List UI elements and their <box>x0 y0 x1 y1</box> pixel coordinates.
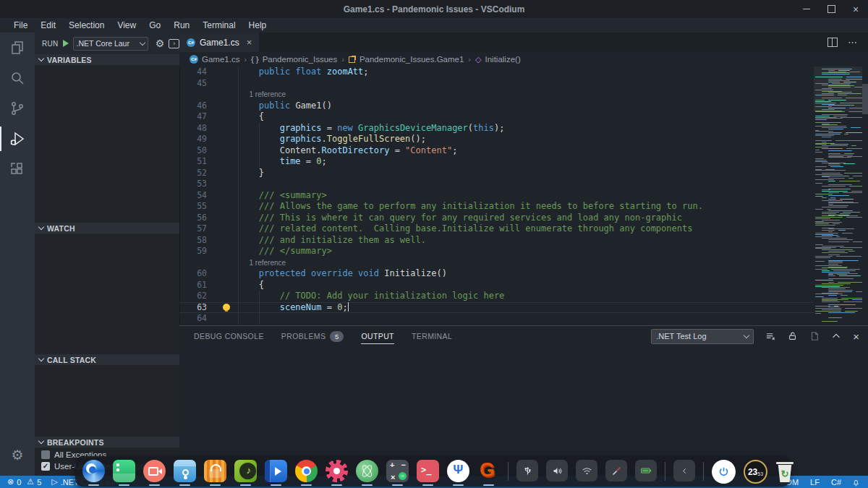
dock-screen-recorder-icon[interactable] <box>143 460 166 486</box>
output-channel-select[interactable]: .NET Test Log <box>651 329 754 344</box>
menu-go[interactable]: Go <box>142 20 167 30</box>
breadcrumb-file[interactable]: Game1.cs <box>202 55 239 64</box>
menu-edit[interactable]: Edit <box>34 20 62 30</box>
usb-tray-icon[interactable] <box>516 460 538 481</box>
wifi-tray-icon[interactable] <box>576 460 597 481</box>
problems-status[interactable]: ⊗ 0 ⚠ 5 <box>7 477 41 487</box>
unlock-icon[interactable] <box>788 331 798 341</box>
line-number: 56 <box>179 213 217 224</box>
code-line-60: 60protected override void Initialize() <box>179 268 814 280</box>
section-variables[interactable]: VARIABLES <box>35 54 179 65</box>
debug-console-icon[interactable]: › <box>169 39 179 48</box>
dock-file-manager-icon[interactable] <box>113 460 135 486</box>
line-number: 61 <box>179 280 217 291</box>
menu-terminal[interactable]: Terminal <box>196 20 242 30</box>
line-number <box>179 89 217 100</box>
code-editor[interactable]: 44public float zoomAtt;451 reference46pu… <box>179 67 814 325</box>
window-title: Game1.cs - Pandemonic Issues - VSCodium <box>344 4 525 14</box>
close-button[interactable]: × <box>843 0 868 18</box>
manage-gear-icon[interactable]: ⚙ <box>0 444 35 466</box>
codelens-reference[interactable]: 1 reference <box>217 257 286 269</box>
maximize-button[interactable] <box>819 0 843 18</box>
panel-tab-debug-console[interactable]: DEBUG CONSOLE <box>194 326 264 346</box>
section-call-stack[interactable]: CALL STACK <box>35 354 179 365</box>
dock-coral-paint-icon[interactable] <box>447 460 469 486</box>
panel-tab-output[interactable]: OUTPUT <box>361 326 394 346</box>
menu-view[interactable]: View <box>111 20 142 30</box>
close-tab-icon[interactable]: × <box>247 37 252 48</box>
breadcrumb-namespace[interactable]: Pandemonic_Issues <box>263 55 338 64</box>
more-actions-icon[interactable]: ⋯ <box>848 37 858 48</box>
dock-science-icon[interactable] <box>356 460 378 486</box>
minimap-slider[interactable] <box>814 67 862 111</box>
status-csharp[interactable]: C# <box>831 478 841 487</box>
split-editor-icon[interactable] <box>827 38 838 47</box>
trash-icon[interactable]: ↻ <box>775 461 794 484</box>
checkbox-checked[interactable]: ✓ <box>41 462 50 471</box>
dock-music-player-icon[interactable] <box>234 460 257 486</box>
maximize-panel-icon[interactable] <box>831 331 841 341</box>
open-log-file-icon[interactable] <box>809 331 820 341</box>
search-icon[interactable] <box>0 63 35 93</box>
line-number: 58 <box>179 235 217 247</box>
editor-scrollbar[interactable] <box>862 84 868 114</box>
breadcrumb-class[interactable]: Pandemonic_Issues.Game1 <box>359 55 464 64</box>
collapse-tray-icon[interactable] <box>673 460 695 481</box>
code-line-44: 44public float zoomAtt; <box>179 67 814 78</box>
launch-config-select[interactable]: .NET Core Laur <box>73 37 148 51</box>
panel-tab-problems[interactable]: PROBLEMS5 <box>281 326 344 346</box>
tab-game1-cs[interactable]: C# Game1.cs × <box>179 33 259 52</box>
compass-tray-icon[interactable] <box>605 460 627 481</box>
minimize-button[interactable] <box>794 0 819 18</box>
line-number: 46 <box>179 100 217 112</box>
menu-run[interactable]: Run <box>167 20 196 30</box>
checkbox-unchecked[interactable] <box>41 450 50 459</box>
breadcrumb-method[interactable]: Initialize() <box>485 55 521 64</box>
source-control-icon[interactable] <box>0 93 35 124</box>
dock-terminal-icon[interactable] <box>417 460 439 486</box>
section-breakpoints[interactable]: BREAKPOINTS <box>35 437 179 448</box>
quick-fix-lightbulb-icon[interactable] <box>223 304 230 311</box>
dock-app-store-icon[interactable] <box>204 460 226 486</box>
menu-selection[interactable]: Selection <box>62 20 111 30</box>
line-number: 47 <box>179 111 217 123</box>
line-number: 48 <box>179 123 217 134</box>
extensions-icon[interactable] <box>0 154 35 184</box>
status-lf[interactable]: LF <box>810 478 820 487</box>
dock-video-player-icon[interactable] <box>265 460 287 486</box>
running-indicator <box>88 484 99 486</box>
dock-g-logo-icon[interactable] <box>477 460 500 486</box>
dock-vault-icon[interactable] <box>174 460 196 486</box>
menu-file[interactable]: File <box>7 20 34 30</box>
start-debugging-icon[interactable] <box>63 40 69 47</box>
menu-help[interactable]: Help <box>242 20 273 30</box>
notifications-bell-icon[interactable] <box>851 477 861 487</box>
dock-settings-icon[interactable] <box>326 460 348 486</box>
title-bar: Game1.cs - Pandemonic Issues - VSCodium … <box>0 0 868 18</box>
section-watch[interactable]: WATCH <box>35 223 179 234</box>
code-line-47: 47{ <box>179 111 814 123</box>
explorer-icon[interactable] <box>0 33 35 63</box>
panel-tab-terminal[interactable]: TERMINAL <box>412 326 452 346</box>
volume-tray-icon[interactable] <box>546 460 568 481</box>
power-button[interactable] <box>712 460 736 484</box>
line-number: 62 <box>179 291 217 302</box>
dock-chrome-icon[interactable] <box>295 460 318 486</box>
running-indicator <box>240 484 251 486</box>
clock-widget[interactable]: 23 53 <box>744 460 767 484</box>
editor-tab-bar: C# Game1.cs × ⋯ <box>179 33 868 52</box>
battery-tray-icon[interactable] <box>635 460 657 481</box>
code-line-51: 51time = 0; <box>179 156 814 168</box>
clear-output-icon[interactable] <box>765 331 776 342</box>
line-number: 64 <box>179 313 217 325</box>
call-stack-body <box>35 365 179 437</box>
run-toolbar: RUN .NET Core Laur ⚙ › <box>35 33 179 54</box>
close-panel-icon[interactable]: × <box>853 331 859 342</box>
running-indicator <box>331 484 342 486</box>
run-and-debug-icon[interactable] <box>0 124 35 154</box>
bottom-panel: DEBUG CONSOLEPROBLEMS5OUTPUTTERMINAL .NE… <box>179 325 868 476</box>
codelens-reference[interactable]: 1 reference <box>217 89 286 100</box>
dock-browser-icon[interactable] <box>82 460 105 486</box>
dock-calculator-icon[interactable] <box>386 460 409 486</box>
launch-settings-gear-icon[interactable]: ⚙ <box>156 38 165 49</box>
